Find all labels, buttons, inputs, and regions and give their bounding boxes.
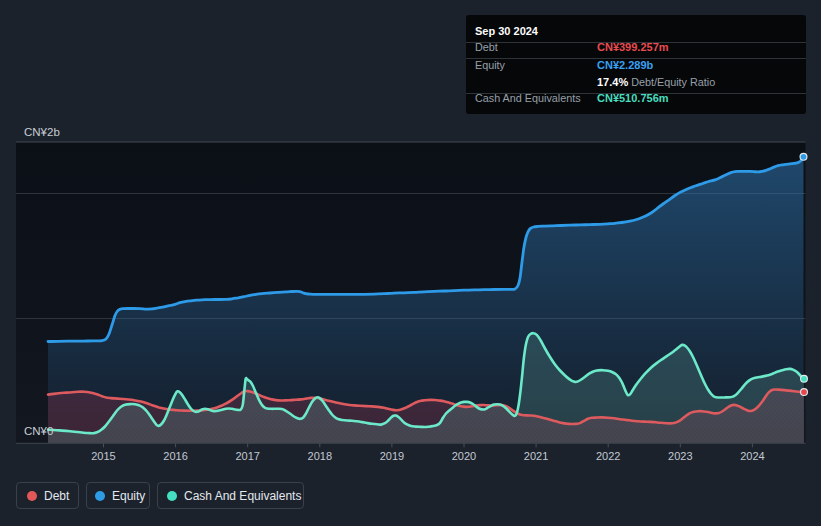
svg-text:2016: 2016 bbox=[163, 450, 187, 462]
svg-text:2018: 2018 bbox=[308, 450, 332, 462]
svg-text:2017: 2017 bbox=[235, 450, 259, 462]
svg-text:2021: 2021 bbox=[524, 450, 548, 462]
svg-text:2015: 2015 bbox=[91, 450, 115, 462]
svg-text:2020: 2020 bbox=[452, 450, 476, 462]
svg-text:2019: 2019 bbox=[380, 450, 404, 462]
svg-text:2024: 2024 bbox=[740, 450, 764, 462]
svg-text:2022: 2022 bbox=[596, 450, 620, 462]
svg-text:CN¥0: CN¥0 bbox=[24, 425, 53, 437]
svg-text:CN¥2b: CN¥2b bbox=[24, 126, 60, 138]
svg-text:2023: 2023 bbox=[668, 450, 692, 462]
